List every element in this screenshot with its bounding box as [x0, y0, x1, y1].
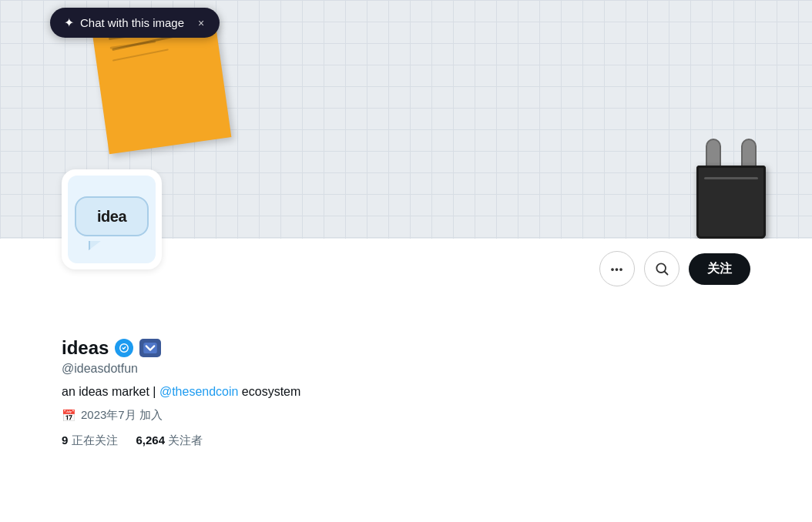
page-wrapper: ✦ Chat with this image × idea •••	[0, 0, 812, 522]
avatar-wrapper: idea	[62, 169, 162, 269]
join-date: 📅 2023年7月 加入	[62, 408, 750, 423]
svg-line-1	[112, 49, 168, 60]
clip-body	[696, 166, 766, 239]
profile-area: idea ••• 关注 ideas	[0, 239, 812, 448]
calendar-icon: 📅	[62, 409, 76, 423]
avatar-inner: idea	[68, 176, 156, 263]
join-date-text: 2023年7月 加入	[81, 408, 163, 423]
profile-handle: @ideasdotfun	[62, 362, 750, 376]
following-label-text: 正在关注	[72, 433, 118, 447]
stats-row: 9 正在关注 6,264 关注者	[62, 433, 750, 448]
profile-name: ideas	[62, 337, 109, 359]
bio-text-prefix: an ideas market |	[62, 385, 159, 398]
search-button[interactable]	[644, 251, 679, 286]
profile-info: ideas @ideasdotfun an ideas market | @th…	[62, 299, 750, 448]
following-count: 9	[62, 433, 68, 447]
followers-label-text: 关注者	[168, 433, 203, 447]
followers-count: 6,264	[136, 433, 166, 447]
idea-bubble: idea	[75, 196, 149, 243]
chat-tooltip[interactable]: ✦ Chat with this image ×	[50, 8, 220, 38]
follow-button[interactable]: 关注	[689, 253, 750, 285]
profile-bio: an ideas market | @thesendcoin ecosystem	[62, 385, 750, 399]
chat-tooltip-text: Chat with this image	[80, 16, 184, 29]
name-row: ideas	[62, 337, 750, 359]
search-icon	[654, 261, 669, 276]
more-options-icon: •••	[611, 263, 624, 275]
following-stat[interactable]: 9 正在关注	[62, 433, 118, 448]
svg-rect-4	[144, 343, 158, 353]
sticky-note-lines	[105, 32, 200, 75]
badge-icon	[143, 343, 157, 353]
svg-line-3	[665, 272, 668, 275]
bio-text-suffix: ecosystem	[238, 385, 300, 398]
sparkle-icon: ✦	[64, 15, 74, 30]
bubble-tail	[89, 241, 101, 250]
followers-stat[interactable]: 6,264 关注者	[136, 433, 203, 448]
bio-link[interactable]: @thesendcoin	[159, 385, 239, 398]
action-buttons-row: ••• 关注	[62, 239, 750, 299]
more-options-button[interactable]: •••	[599, 251, 635, 286]
verified-badge	[115, 339, 133, 357]
binder-clip	[689, 139, 773, 239]
app-badge	[139, 339, 161, 357]
bubble-body: idea	[75, 196, 149, 236]
svg-line-0	[112, 36, 174, 49]
close-tooltip-button[interactable]: ×	[196, 17, 206, 29]
